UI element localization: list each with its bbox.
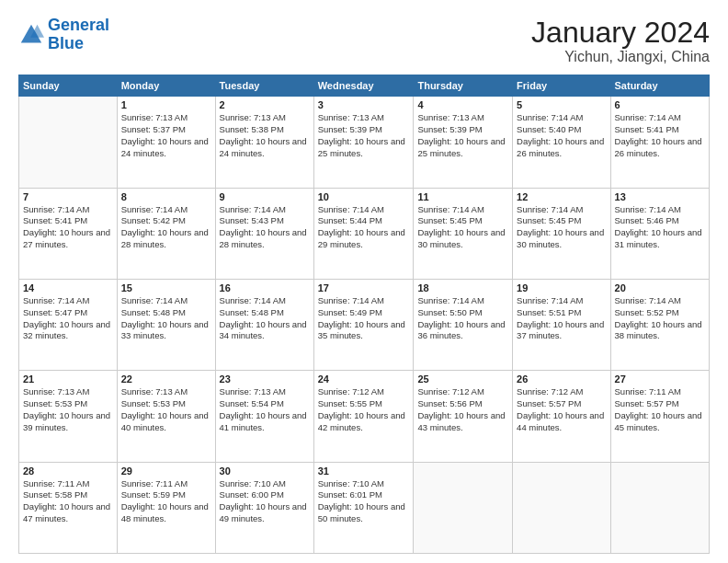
col-monday: Monday	[117, 75, 215, 97]
col-thursday: Thursday	[414, 75, 513, 97]
day-number: 26	[517, 373, 606, 385]
day-number: 30	[220, 465, 310, 477]
day-number: 15	[121, 282, 211, 293]
day-number: 13	[615, 191, 705, 202]
logo-line2: Blue	[48, 34, 84, 52]
page: General Blue January 2024 Yichun, Jiangx…	[0, 0, 728, 563]
day-detail: Sunrise: 7:12 AMSunset: 5:57 PMDaylight:…	[517, 386, 606, 433]
calendar-cell: 19 Sunrise: 7:14 AMSunset: 5:51 PMDaylig…	[513, 279, 610, 370]
day-detail: Sunrise: 7:14 AMSunset: 5:45 PMDaylight:…	[417, 204, 508, 251]
day-number: 11	[417, 191, 508, 202]
logo-text: General Blue	[48, 17, 109, 53]
day-detail: Sunrise: 7:14 AMSunset: 5:41 PMDaylight:…	[23, 204, 113, 251]
day-detail: Sunrise: 7:10 AMSunset: 6:01 PMDaylight:…	[318, 478, 410, 525]
day-number: 25	[417, 373, 508, 385]
calendar-cell: 20 Sunrise: 7:14 AMSunset: 5:52 PMDaylig…	[610, 279, 709, 370]
day-number: 28	[23, 465, 113, 477]
title-block: January 2024 Yichun, Jiangxi, China	[531, 17, 710, 65]
day-detail: Sunrise: 7:14 AMSunset: 5:46 PMDaylight:…	[615, 204, 705, 251]
calendar-week-4: 21 Sunrise: 7:13 AMSunset: 5:53 PMDaylig…	[19, 371, 710, 462]
day-number: 10	[318, 191, 410, 202]
day-detail: Sunrise: 7:12 AMSunset: 5:55 PMDaylight:…	[318, 386, 410, 433]
calendar-cell: 26 Sunrise: 7:12 AMSunset: 5:57 PMDaylig…	[513, 371, 610, 462]
logo-line1: General	[48, 16, 109, 34]
day-detail: Sunrise: 7:13 AMSunset: 5:37 PMDaylight:…	[121, 112, 211, 159]
day-detail: Sunrise: 7:13 AMSunset: 5:38 PMDaylight:…	[220, 112, 310, 159]
calendar-week-2: 7 Sunrise: 7:14 AMSunset: 5:41 PMDayligh…	[19, 188, 710, 279]
day-detail: Sunrise: 7:13 AMSunset: 5:53 PMDaylight:…	[23, 386, 113, 433]
day-detail: Sunrise: 7:14 AMSunset: 5:50 PMDaylight:…	[417, 295, 508, 342]
calendar-cell: 25 Sunrise: 7:12 AMSunset: 5:56 PMDaylig…	[414, 371, 513, 462]
day-number: 9	[220, 191, 310, 202]
calendar-cell	[414, 462, 513, 553]
day-number: 6	[615, 99, 705, 110]
calendar-cell	[19, 97, 118, 188]
day-number: 27	[615, 373, 705, 385]
calendar-cell: 22 Sunrise: 7:13 AMSunset: 5:53 PMDaylig…	[117, 371, 215, 462]
calendar-cell: 10 Sunrise: 7:14 AMSunset: 5:44 PMDaylig…	[313, 188, 414, 279]
logo: General Blue	[18, 17, 109, 53]
day-number: 23	[220, 373, 310, 385]
calendar-cell	[610, 462, 709, 553]
col-sunday: Sunday	[19, 75, 118, 97]
day-number: 3	[318, 99, 410, 110]
day-number: 2	[220, 99, 310, 110]
calendar-cell: 15 Sunrise: 7:14 AMSunset: 5:48 PMDaylig…	[117, 279, 215, 370]
day-detail: Sunrise: 7:13 AMSunset: 5:54 PMDaylight:…	[220, 386, 310, 433]
day-number: 31	[318, 465, 410, 477]
calendar-cell: 9 Sunrise: 7:14 AMSunset: 5:43 PMDayligh…	[215, 188, 313, 279]
calendar-cell: 16 Sunrise: 7:14 AMSunset: 5:48 PMDaylig…	[215, 279, 313, 370]
day-number: 19	[517, 282, 606, 293]
day-detail: Sunrise: 7:14 AMSunset: 5:40 PMDaylight:…	[517, 112, 606, 159]
calendar-cell: 13 Sunrise: 7:14 AMSunset: 5:46 PMDaylig…	[610, 188, 709, 279]
calendar-table: Sunday Monday Tuesday Wednesday Thursday…	[18, 75, 710, 554]
calendar-cell: 21 Sunrise: 7:13 AMSunset: 5:53 PMDaylig…	[19, 371, 118, 462]
day-detail: Sunrise: 7:14 AMSunset: 5:45 PMDaylight:…	[517, 204, 606, 251]
day-detail: Sunrise: 7:14 AMSunset: 5:42 PMDaylight:…	[121, 204, 211, 251]
day-detail: Sunrise: 7:11 AMSunset: 5:57 PMDaylight:…	[615, 386, 705, 433]
calendar-cell: 18 Sunrise: 7:14 AMSunset: 5:50 PMDaylig…	[414, 279, 513, 370]
calendar-cell: 17 Sunrise: 7:14 AMSunset: 5:49 PMDaylig…	[313, 279, 414, 370]
day-detail: Sunrise: 7:12 AMSunset: 5:56 PMDaylight:…	[417, 386, 508, 433]
calendar-cell: 8 Sunrise: 7:14 AMSunset: 5:42 PMDayligh…	[117, 188, 215, 279]
calendar-cell: 2 Sunrise: 7:13 AMSunset: 5:38 PMDayligh…	[215, 97, 313, 188]
calendar-cell: 29 Sunrise: 7:11 AMSunset: 5:59 PMDaylig…	[117, 462, 215, 553]
day-number: 21	[23, 373, 113, 385]
calendar-cell: 23 Sunrise: 7:13 AMSunset: 5:54 PMDaylig…	[215, 371, 313, 462]
day-number: 22	[121, 373, 211, 385]
calendar-week-3: 14 Sunrise: 7:14 AMSunset: 5:47 PMDaylig…	[19, 279, 710, 370]
day-number: 5	[517, 99, 606, 110]
day-detail: Sunrise: 7:13 AMSunset: 5:39 PMDaylight:…	[318, 112, 410, 159]
calendar-cell: 5 Sunrise: 7:14 AMSunset: 5:40 PMDayligh…	[513, 97, 610, 188]
day-detail: Sunrise: 7:14 AMSunset: 5:43 PMDaylight:…	[220, 204, 310, 251]
day-number: 20	[615, 282, 705, 293]
calendar-cell: 1 Sunrise: 7:13 AMSunset: 5:37 PMDayligh…	[117, 97, 215, 188]
calendar-cell: 12 Sunrise: 7:14 AMSunset: 5:45 PMDaylig…	[513, 188, 610, 279]
calendar-cell: 30 Sunrise: 7:10 AMSunset: 6:00 PMDaylig…	[215, 462, 313, 553]
day-detail: Sunrise: 7:14 AMSunset: 5:44 PMDaylight:…	[318, 204, 410, 251]
calendar-cell: 7 Sunrise: 7:14 AMSunset: 5:41 PMDayligh…	[19, 188, 118, 279]
day-detail: Sunrise: 7:11 AMSunset: 5:58 PMDaylight:…	[23, 478, 113, 525]
day-detail: Sunrise: 7:14 AMSunset: 5:52 PMDaylight:…	[615, 295, 705, 342]
day-number: 7	[23, 191, 113, 202]
day-detail: Sunrise: 7:14 AMSunset: 5:51 PMDaylight:…	[517, 295, 606, 342]
calendar-cell	[513, 462, 610, 553]
calendar-cell: 14 Sunrise: 7:14 AMSunset: 5:47 PMDaylig…	[19, 279, 118, 370]
day-detail: Sunrise: 7:10 AMSunset: 6:00 PMDaylight:…	[220, 478, 310, 525]
day-detail: Sunrise: 7:14 AMSunset: 5:41 PMDaylight:…	[615, 112, 705, 159]
col-friday: Friday	[513, 75, 610, 97]
calendar-week-1: 1 Sunrise: 7:13 AMSunset: 5:37 PMDayligh…	[19, 97, 710, 188]
day-number: 1	[121, 99, 211, 110]
day-detail: Sunrise: 7:11 AMSunset: 5:59 PMDaylight:…	[121, 478, 211, 525]
day-detail: Sunrise: 7:14 AMSunset: 5:49 PMDaylight:…	[318, 295, 410, 342]
calendar-cell: 3 Sunrise: 7:13 AMSunset: 5:39 PMDayligh…	[313, 97, 414, 188]
day-number: 29	[121, 465, 211, 477]
header: General Blue January 2024 Yichun, Jiangx…	[18, 17, 710, 65]
day-detail: Sunrise: 7:14 AMSunset: 5:47 PMDaylight:…	[23, 295, 113, 342]
day-detail: Sunrise: 7:14 AMSunset: 5:48 PMDaylight:…	[220, 295, 310, 342]
calendar-week-5: 28 Sunrise: 7:11 AMSunset: 5:58 PMDaylig…	[19, 462, 710, 553]
calendar-cell: 28 Sunrise: 7:11 AMSunset: 5:58 PMDaylig…	[19, 462, 118, 553]
calendar-cell: 4 Sunrise: 7:13 AMSunset: 5:39 PMDayligh…	[414, 97, 513, 188]
calendar-cell: 27 Sunrise: 7:11 AMSunset: 5:57 PMDaylig…	[610, 371, 709, 462]
calendar-title: January 2024	[531, 17, 710, 49]
